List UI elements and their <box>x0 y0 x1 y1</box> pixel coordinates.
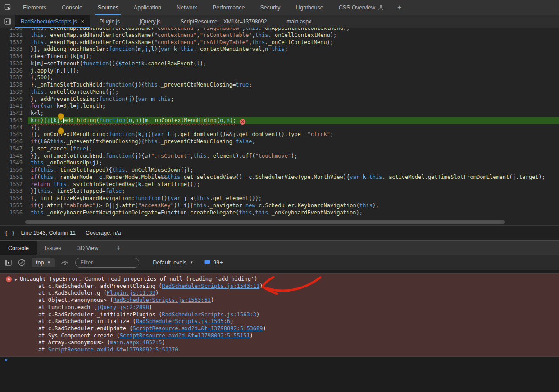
line-number[interactable]: 1535 <box>0 60 28 68</box>
tab-network[interactable]: Network <box>169 0 205 15</box>
line-number[interactable]: 1540 <box>0 96 28 103</box>
code-line-1530[interactable]: 1530this._eventMap.addHandlerForClassNam… <box>0 28 559 32</box>
line-number[interactable]: 1537 <box>0 74 28 82</box>
file-tab-main-aspx[interactable]: main.aspx <box>277 15 321 28</box>
code-line-1553[interactable]: 1553}}this._timeSlotTapped=false; <box>0 188 559 195</box>
scrollbar-thumb[interactable] <box>25 220 505 224</box>
source-location-link[interactable]: RadSchedulerScripts.js:1563:61 <box>113 297 211 303</box>
line-number[interactable]: 1551 <box>0 174 28 181</box>
show-navigator-icon[interactable] <box>0 15 15 28</box>
code-line-1540[interactable]: 1540},_addPreventClosing:function(j){var… <box>0 96 559 103</box>
source-location-link[interactable]: ScriptResource.axd?d…&t=13798092:5:51370 <box>48 346 178 353</box>
code-line-1541[interactable]: 1541for(var k=0,l=j.length; <box>0 103 559 110</box>
line-number[interactable]: 1531 <box>0 32 28 39</box>
line-number[interactable]: 1534 <box>0 53 28 60</box>
drawer-tab-console[interactable]: Console <box>0 241 37 255</box>
code-line-1534[interactable]: 1534clearTimeout(k[m]); <box>0 53 559 60</box>
tab-elements[interactable]: Elements <box>15 0 54 15</box>
code-line-1548[interactable]: 1548}},_onTimeSlotTouchEnd:function(j){a… <box>0 153 559 160</box>
file-tab-scriptresource-xm1-t-13798092[interactable]: ScriptResource....XM1&t=13798092 <box>171 15 277 28</box>
expand-triangle-icon[interactable]: ▶ <box>15 276 17 283</box>
code-line-1537[interactable]: 1537},500); <box>0 74 559 82</box>
line-number[interactable]: 1546 <box>0 138 28 146</box>
source-location-link[interactable]: main.aspx:4852:5 <box>110 339 162 346</box>
add-drawer-tab-plus-icon[interactable]: + <box>106 241 130 255</box>
line-number[interactable]: 1552 <box>0 181 28 188</box>
code-line-1532[interactable]: 1532this._eventMap.addHandlerForClassNam… <box>0 39 559 46</box>
tab-performance[interactable]: Performance <box>205 0 253 15</box>
code-line-1542[interactable]: 1542k<l; <box>0 110 559 117</box>
drawer-tab-3d-view[interactable]: 3D View <box>69 241 106 255</box>
source-location-link[interactable]: jQuery.js:2:2898 <box>97 304 149 310</box>
line-number[interactable]: 1554 <box>0 195 28 202</box>
tab-sources[interactable]: Sources <box>90 0 126 15</box>
code-line-1546[interactable]: 1546if(l&&this._preventCtxMenuClosing){t… <box>0 138 559 146</box>
source-location-link[interactable]: ScriptResource.axd?d…&t=13798092:5:55151 <box>120 333 250 339</box>
line-number[interactable]: 1550 <box>0 167 28 174</box>
code-line-1547[interactable]: 1547j.set_cancel(true); <box>0 146 559 153</box>
source-location-link[interactable]: RadSchedulerScripts.js:1543:11 <box>162 283 260 289</box>
filter-input[interactable] <box>75 258 139 268</box>
pretty-print-icon[interactable]: { } <box>5 230 15 237</box>
javascript-context-dropdown[interactable]: top ▼ <box>32 258 55 267</box>
line-number[interactable]: 1539 <box>0 89 28 96</box>
code-line-1539[interactable]: 1539this._onCellContextMenu(j); <box>0 89 559 96</box>
message-count-badge[interactable]: 99+ <box>204 260 223 266</box>
code-line-1550[interactable]: 1550if(this._timeSlotTapped){this._onCel… <box>0 167 559 174</box>
source-location-link[interactable]: RadSchedulerScripts.js:1505:6 <box>136 318 231 324</box>
file-tab-radschedulerscripts-js[interactable]: RadSchedulerScripts.js× <box>15 15 90 28</box>
file-tab-jquery-js[interactable]: jQuery.js <box>130 15 170 28</box>
tab-console[interactable]: Console <box>54 0 90 15</box>
line-number[interactable]: 1543 <box>0 117 28 124</box>
code-editor[interactable]: 1530this._eventMap.addHandlerForClassNam… <box>0 28 559 219</box>
file-tab-plugin-js[interactable]: Plugin.js <box>90 15 130 28</box>
line-number[interactable]: 1553 <box>0 188 28 195</box>
line-number[interactable]: 1548 <box>0 153 28 160</box>
line-number[interactable]: 1556 <box>0 210 28 217</box>
code-line-1543[interactable]: 1543k++){j[k].add_hiding(function(o,n){m… <box>0 117 559 124</box>
line-number[interactable]: 1544 <box>0 124 28 132</box>
line-number[interactable]: 1530 <box>0 28 28 32</box>
source-location-link[interactable]: RadSchedulerScripts.js:1563:3 <box>162 311 257 318</box>
code-line-1556[interactable]: 1556this._onKeyboardEventNavigationDeleg… <box>0 210 559 217</box>
log-levels-dropdown[interactable]: Default levels ▼ <box>153 260 193 266</box>
code-line-1554[interactable]: 1554},_initializeKeyboardNavigation:func… <box>0 195 559 202</box>
source-location-link[interactable]: ScriptResource.axd?d…&t=13798092:5:53689 <box>133 325 263 332</box>
code-line-1535[interactable]: 1535k[m]=setTimeout(function(){$telerik.… <box>0 60 559 68</box>
live-expression-eye-icon[interactable] <box>61 260 69 266</box>
clear-console-icon[interactable] <box>18 259 26 266</box>
code-line-1544[interactable]: 1544}); <box>0 124 559 132</box>
tab-security[interactable]: Security <box>252 0 288 15</box>
tab-lighthouse[interactable]: Lighthouse <box>288 0 331 15</box>
close-icon[interactable]: × <box>81 18 84 25</box>
show-console-sidebar-icon[interactable] <box>5 260 12 266</box>
editor-horizontal-scrollbar[interactable] <box>0 219 559 225</box>
line-number[interactable]: 1547 <box>0 146 28 153</box>
code-line-1555[interactable]: 1555if(j.attr("tabIndex")>=0||j.attr("ac… <box>0 202 559 210</box>
line-number[interactable]: 1545 <box>0 131 28 138</box>
line-number[interactable]: 1532 <box>0 39 28 46</box>
code-line-1538[interactable]: 1538},_onTimeSlotTouchHold:function(j){t… <box>0 82 559 89</box>
console-prompt-chevron[interactable]: > <box>5 356 8 364</box>
code-line-1552[interactable]: 1552return this._switchToSelectedDay(k.g… <box>0 181 559 188</box>
source-location-link[interactable]: Plugin.js:11:33 <box>107 290 155 296</box>
code-line-1545[interactable]: 1545}},_onContextMenuHiding:function(k,j… <box>0 131 559 138</box>
line-number[interactable]: 1542 <box>0 110 28 117</box>
line-number[interactable]: 1541 <box>0 103 28 110</box>
code-line-1531[interactable]: 1531this._eventMap.addHandlerForClassNam… <box>0 32 559 39</box>
line-number[interactable]: 1555 <box>0 202 28 210</box>
code-line-1551[interactable]: 1551if(this._renderMode==c.RenderMode.Mo… <box>0 174 559 181</box>
line-number[interactable]: 1536 <box>0 68 28 75</box>
tab-css-overview[interactable]: CSS Overview <box>331 0 391 15</box>
line-number[interactable]: 1549 <box>0 160 28 167</box>
line-text: this._eventMap.addHandlerForClassName("c… <box>28 39 559 46</box>
inspect-element-icon[interactable] <box>0 0 15 15</box>
more-tabs-plus-icon[interactable]: + <box>391 0 408 15</box>
code-line-1533[interactable]: 1533}},_addLongTouchHandler:function(m,j… <box>0 46 559 53</box>
drawer-tab-issues[interactable]: Issues <box>37 241 69 255</box>
tab-application[interactable]: Application <box>126 0 169 15</box>
code-line-1549[interactable]: 1549this._onDocMouseUp(j); <box>0 160 559 167</box>
line-number[interactable]: 1533 <box>0 46 28 53</box>
line-number[interactable]: 1538 <box>0 82 28 89</box>
code-line-1536[interactable]: 1536j.apply(n,[l]); <box>0 68 559 75</box>
